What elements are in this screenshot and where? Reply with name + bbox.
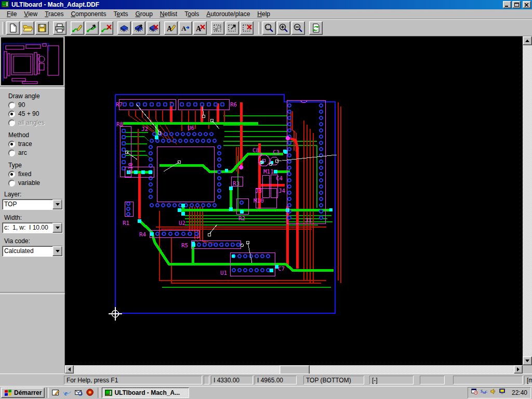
redraw-button[interactable] [309,21,323,35]
toolbar-separator [161,21,164,35]
radio-label: variable [18,179,40,187]
radio-trace[interactable]: trace [8,140,65,148]
svg-text:J4: J4 [278,188,286,194]
scroll-up-button[interactable] [523,36,532,45]
zoom-window-button[interactable] [262,21,276,35]
svg-text:J2: J2 [141,126,148,132]
media-disc-icon[interactable] [85,388,96,398]
task-button-ultiboard[interactable]: ULTIboard - Mach_A... [102,388,189,398]
group-label-type: Type [8,162,65,169]
menu-tools[interactable]: Tools [181,9,203,19]
menu-netlist[interactable]: Netlist [156,9,181,19]
dropdown-arrow[interactable] [52,200,62,209]
tray-display-icon[interactable] [499,388,508,397]
sidebar-panel: Draw angle9045 + 90all anglesMethodtrace… [0,36,65,374]
toolbar-grip [258,22,261,34]
svg-text:J3: J3 [255,188,262,194]
svg-text:R3: R3 [233,180,240,187]
menu-texts[interactable]: Texts [110,9,131,19]
radio-label: fixed [18,170,31,178]
dropdown-label-width: Width: [4,214,65,221]
radio-90[interactable]: 90 [8,101,65,109]
radio-circle[interactable] [8,180,15,187]
dropdown-arrow[interactable] [52,223,62,233]
text-move-button[interactable]: A [179,21,192,35]
svg-text:J1: J1 [305,217,312,224]
dropdown-value: c: 1, w: I 10.00 [3,223,52,233]
menu-file[interactable]: File [3,9,20,19]
tray-volume-icon[interactable] [490,388,498,397]
scroll-down-button[interactable] [523,356,532,365]
radio-circle[interactable] [8,141,15,148]
new-document-button[interactable] [6,21,20,35]
svg-text:C4: C4 [276,175,283,182]
radio-all-angles[interactable]: all angles [8,119,65,126]
svg-text:R6: R6 [230,101,237,108]
menu-group[interactable]: Group [131,9,156,19]
text-delete-button[interactable]: A [193,21,207,35]
radio-circle[interactable] [8,150,15,156]
save-button[interactable] [35,21,49,35]
zoom-out-button[interactable] [291,21,305,35]
component-move-button[interactable] [132,21,145,35]
status-panel-5: [-] [369,376,414,384]
tray-scheduler-icon[interactable] [471,388,480,397]
title-bar[interactable]: ULTIboard - Mach_Adapt.DDF [0,0,532,9]
text-place-button[interactable]: A [164,21,178,35]
radio-arc[interactable]: arc [8,149,65,156]
tray-smc-icon[interactable]: SMC [481,388,489,397]
radio-label: trace [18,140,32,148]
internet-explorer-icon[interactable]: e [62,388,73,398]
radio-circle[interactable] [8,119,15,126]
outlook-express-icon[interactable] [73,388,85,398]
menu-traces[interactable]: Traces [41,9,67,19]
menu-autoroute-place[interactable]: Autoroute/place [203,9,254,19]
radio-circle[interactable] [8,102,15,109]
radio-label: 90 [18,101,25,109]
task-button-label: ULTIboard - Mach_A... [114,389,180,396]
vertical-scrollbar[interactable] [523,36,532,365]
scroll-right-button[interactable] [514,365,523,374]
dropdown-viacode[interactable]: Calculated [2,246,63,257]
component-place-button[interactable] [117,21,131,35]
toolbar-separator [207,21,210,35]
radio-variable[interactable]: variable [8,179,65,187]
zoom-in-button[interactable] [277,21,290,35]
pcb-canvas[interactable]: R7R6R8J2U6R10R1R4R5U2U1R2R3C8C3M11C4J3J4… [65,36,523,365]
component-delete-button[interactable] [147,21,160,35]
scroll-left-button[interactable] [65,365,74,374]
group-delete-button[interactable] [240,21,254,35]
maximize-button[interactable] [512,1,521,8]
radio-fixed[interactable]: fixed [8,170,65,178]
print-button[interactable] [53,21,66,35]
svg-text:U6: U6 [188,125,194,131]
open-button[interactable] [21,21,34,35]
taskbar-separator [46,388,49,398]
radio-45---90[interactable]: 45 + 90 [8,110,65,117]
menu-view[interactable]: View [20,9,41,19]
minimize-button[interactable] [503,1,511,8]
group-select-button[interactable] [211,21,224,35]
menu-help[interactable]: Help [254,9,274,19]
trace-move-button[interactable] [85,21,99,35]
toolbar-separator [254,21,257,35]
dropdown-arrow[interactable] [52,246,62,256]
dropdown-layer[interactable]: TOP [2,199,63,210]
trace-draw-button[interactable] [71,21,84,35]
toolbar-separator [305,21,309,35]
status-panel-8: [m [524,376,532,384]
radio-circle[interactable] [8,171,15,178]
dropdown-value: TOP [3,200,52,209]
board-minimap[interactable] [1,37,63,85]
radio-circle[interactable] [8,111,15,117]
show-desktop-icon[interactable] [50,388,62,398]
start-button[interactable]: Démarrer [1,388,45,398]
menu-components[interactable]: Components [67,9,110,19]
dropdown-width[interactable]: c: 1, w: I 10.00 [2,222,63,233]
group-move-button[interactable] [225,21,239,35]
trace-delete-button[interactable] [100,21,113,35]
app-icon [1,0,9,9]
close-button[interactable] [523,1,531,8]
horizontal-scrollbar[interactable] [65,365,523,374]
svg-text:R10: R10 [127,163,134,173]
